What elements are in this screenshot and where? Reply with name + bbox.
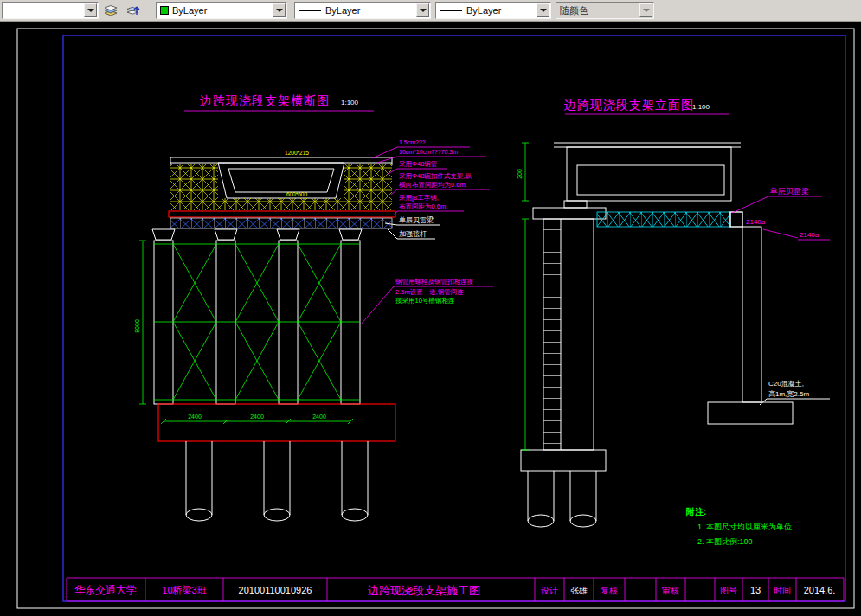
color-combo[interactable]: ByLayer — [156, 2, 287, 19]
drawing-title-text: 边跨现浇段支架施工图 — [368, 584, 480, 597]
check-label-text: 复核 — [601, 586, 618, 595]
pile-cap: 2400 2400 2400 — [158, 404, 395, 441]
color-combo-dropdown-arrow-icon[interactable] — [273, 3, 286, 17]
brace-annotation-line3: 接采用10号槽钢相连 — [395, 297, 455, 305]
plotstyle-combo: 随颜色 — [556, 2, 654, 19]
plank-annotation-text: 1.5cm??? — [399, 139, 426, 145]
bridge-pier — [543, 219, 594, 450]
scaffold-annotation-line2: 横向布置间距均为0.6m. — [399, 181, 467, 189]
current-color-swatch-icon — [160, 6, 169, 15]
cross-bracing — [154, 244, 360, 400]
lineweight-sample-icon — [440, 10, 462, 11]
class-text: 10桥梁3班 — [162, 585, 206, 595]
timber-annotation-text: 10cm*10cm???70.3m — [399, 149, 458, 155]
lineweight-combo[interactable]: ByLayer — [435, 2, 551, 19]
footing-annotation-line2: 高1m,宽2.5m — [768, 390, 809, 398]
notes-line2-text: 2. 本图比例:100 — [697, 537, 753, 546]
notes-heading-text: 附注: — [686, 507, 706, 517]
box-dimension-text: 600*600 — [286, 191, 308, 197]
scaffold-annotation-line1: 采用Φ48碗扣件式支架,纵 — [399, 172, 472, 180]
bailey-label-text: 单层贝雷梁 — [770, 187, 809, 196]
layer-combo-dropdown-arrow-icon[interactable] — [84, 3, 97, 17]
span-dimension-text: 2400 — [312, 414, 326, 420]
height-dimension: 8000 — [134, 241, 146, 404]
designer-name-text: 张雄 — [570, 586, 588, 595]
linetype-sample-icon — [299, 10, 321, 11]
linetype-combo-value: ByLayer — [325, 3, 430, 18]
title-block: 华东交通大学 10桥梁3班 20100110010926 边跨现浇段支架施工图 … — [67, 578, 844, 601]
date-label-text: 时间 — [774, 586, 791, 595]
color-combo-value: ByLayer — [172, 3, 286, 18]
span-dimension-text: 2400 — [188, 414, 202, 420]
layers-icon — [103, 3, 119, 17]
layer-previous-button[interactable] — [123, 1, 144, 20]
cross-section-title-text: 边跨现浇段支架横断图 — [200, 93, 330, 107]
elevation-dimensions: 200 — [517, 143, 529, 450]
model-space-canvas[interactable]: 边跨现浇段支架横断图 1:100 1200*215 600*600 — [0, 22, 861, 616]
distribution-beam — [169, 211, 395, 217]
ibeam-annotation-line2: 布置间距为0.6m. — [399, 202, 447, 210]
elevation-title-text: 边跨现浇段支架立面图 — [564, 98, 694, 112]
steel-support-column: C20混凝土, 高1m,宽2.5m — [708, 227, 830, 424]
ibeam-annotation-line1: 采用[8工字钢, — [399, 194, 439, 202]
column-support-wedges — [152, 229, 362, 240]
steel-beam-label-b: 2140a — [800, 231, 819, 239]
drawing-notes: 附注: 1. 本图尺寸均以厘米为单位 2. 本图比例:100 — [686, 507, 792, 546]
bored-piles — [186, 441, 368, 521]
bailey-annotation-text: 单层贝雷梁 — [399, 215, 434, 224]
layer-previous-icon — [125, 3, 141, 17]
elevation-scale-text: 1:100 — [692, 103, 710, 111]
linetype-combo[interactable]: ByLayer — [294, 2, 431, 19]
lineweight-combo-dropdown-arrow-icon[interactable] — [537, 3, 549, 17]
object-properties-toolbar: ByLayer ByLayer ByLayer 随颜色 — [0, 0, 861, 22]
elevation-title: 边跨现浇段支架立面图 1:100 — [564, 98, 729, 114]
pipe-annotation-text: 采用Φ48钢管 — [399, 160, 437, 168]
bailey-beam-row — [170, 218, 392, 228]
make-object-layer-current-button[interactable] — [100, 1, 121, 20]
review-label-text: 审核 — [662, 586, 679, 595]
elevation-drawing: 边跨现浇段支架立面图 1:100 2140a — [517, 98, 830, 546]
chord-annotation-text: 加强弦杆 — [399, 230, 427, 238]
design-label-text: 设计 — [540, 586, 558, 595]
sheet-label-text: 图号 — [720, 586, 737, 595]
height-dimension-text: 8000 — [134, 319, 140, 333]
brace-annotation-line2: 2.5m设置一道,钢管间连 — [395, 288, 464, 296]
pier-foundation — [521, 450, 606, 527]
cross-section-drawing: 边跨现浇段支架横断图 1:100 1200*215 600*600 — [134, 93, 493, 521]
brace-annotation-line1: 钢管用螺栓及钢管扣相连接 — [395, 278, 474, 286]
student-id-text: 20100110010926 — [239, 585, 312, 595]
bailey-end-block — [730, 212, 742, 227]
scaffolding-grid — [170, 164, 392, 210]
layer-combo[interactable] — [2, 2, 99, 19]
cad-drawing[interactable]: 边跨现浇段支架横断图 1:100 1200*215 600*600 — [0, 22, 861, 616]
steel-beam-label-a: 2140a — [746, 218, 766, 226]
deck-dimension-text: 1200*215 — [285, 150, 309, 156]
girder-elevation — [554, 143, 741, 201]
bearing-and-cap — [533, 201, 606, 219]
sheet-number-text: 13 — [750, 585, 761, 595]
cross-section-scale-text: 1:100 — [341, 99, 359, 106]
span-dimension-text: 2400 — [250, 414, 264, 420]
date-value-text: 2014.6. — [804, 585, 836, 595]
girder-height-dimension-text: 200 — [517, 169, 523, 179]
university-text: 华东交通大学 — [74, 584, 137, 596]
footing-annotation-line1: C20混凝土, — [768, 380, 804, 388]
notes-line1-text: 1. 本图尺寸均以厘米为单位 — [697, 523, 792, 531]
cross-section-title: 边跨现浇段支架横断图 1:100 — [184, 93, 374, 111]
cad-application-window: ByLayer ByLayer ByLayer 随颜色 — [0, 0, 861, 616]
plotstyle-combo-dropdown-arrow-icon — [639, 3, 652, 17]
linetype-combo-dropdown-arrow-icon[interactable] — [416, 3, 429, 17]
